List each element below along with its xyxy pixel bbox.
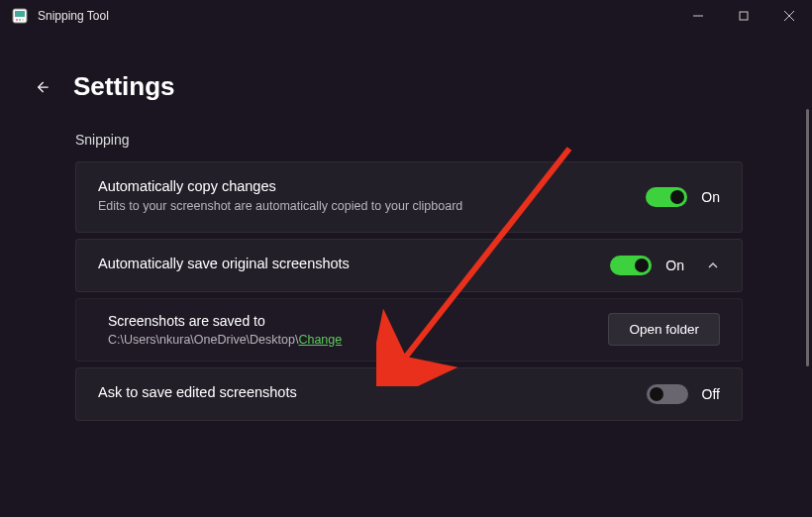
minimize-button[interactable] (675, 0, 721, 32)
svg-rect-1 (15, 11, 25, 17)
save-location-title: Screenshots are saved to (108, 313, 608, 329)
close-button[interactable] (766, 0, 812, 32)
page-title: Settings (73, 71, 175, 102)
auto-save-toggle[interactable] (610, 256, 652, 275)
page-header: Settings (0, 32, 812, 126)
auto-copy-title: Automatically copy changes (98, 178, 646, 194)
setting-auto-copy[interactable]: Automatically copy changes Edits to your… (75, 161, 743, 233)
auto-save-state-label: On (665, 258, 684, 273)
app-title: Snipping Tool (38, 9, 675, 23)
save-location-path: C:\Users\nkura\OneDrive\Desktop\ (108, 333, 298, 347)
svg-point-4 (22, 19, 24, 21)
title-bar: Snipping Tool (0, 0, 812, 32)
svg-point-3 (19, 19, 21, 21)
app-icon (12, 8, 28, 24)
open-folder-button[interactable]: Open folder (608, 313, 720, 346)
svg-rect-6 (740, 12, 748, 20)
maximize-button[interactable] (721, 0, 766, 32)
setting-ask-to-save[interactable]: Ask to save edited screenshots Off (75, 367, 743, 421)
auto-copy-toggle[interactable] (646, 187, 687, 207)
setting-save-location: Screenshots are saved to C:\Users\nkura\… (75, 298, 743, 362)
scrollbar[interactable] (806, 109, 809, 366)
setting-auto-save[interactable]: Automatically save original screenshots … (75, 239, 743, 292)
auto-save-title: Automatically save original screenshots (98, 256, 610, 271)
svg-point-2 (16, 19, 18, 21)
ask-to-save-title: Ask to save edited screenshots (98, 384, 647, 400)
section-snipping-label: Snipping (75, 132, 743, 148)
ask-to-save-toggle[interactable] (647, 384, 688, 404)
chevron-up-icon[interactable] (706, 258, 720, 272)
window-controls (675, 0, 812, 32)
auto-copy-subtitle: Edits to your screenshot are automatical… (98, 198, 646, 216)
auto-copy-state-label: On (701, 189, 720, 205)
ask-to-save-state-label: Off (702, 386, 720, 402)
back-button[interactable] (30, 75, 53, 99)
change-link[interactable]: Change (298, 333, 342, 347)
